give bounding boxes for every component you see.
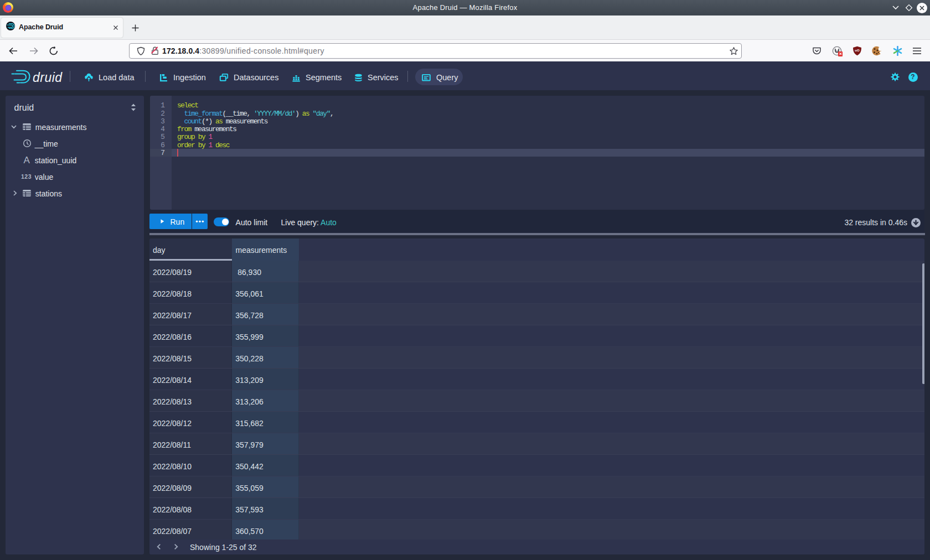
svg-text:uO: uO	[855, 48, 860, 51]
